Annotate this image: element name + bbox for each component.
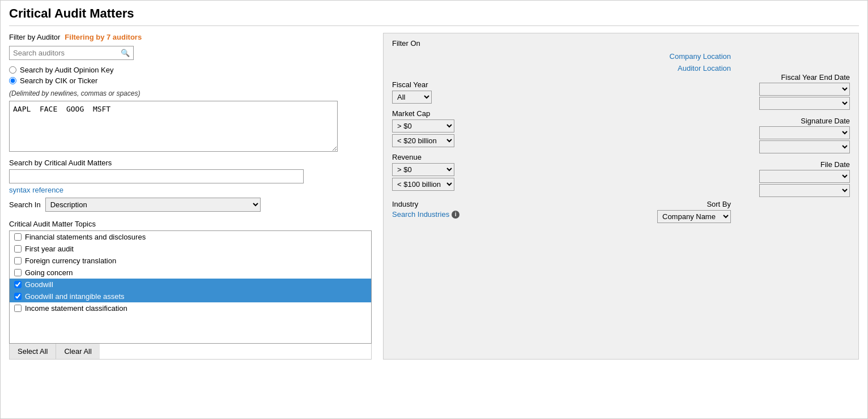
right-panel: Filter On Company Location Auditor Locat… xyxy=(383,33,859,360)
cam-search-input[interactable]: "intangible" xyxy=(9,169,304,183)
market-cap-max-select[interactable]: < $20 billion < $5 billion < $1 billion … xyxy=(392,134,454,147)
file-date-row2: Jan xyxy=(737,184,850,197)
select-all-button[interactable]: Select All xyxy=(10,344,56,359)
info-icon: i xyxy=(452,211,459,219)
fiscal-year-row: All 2023 2022 2021 2020 xyxy=(392,91,731,104)
topic-label-foreign-currency: Foreign currency translation xyxy=(25,256,116,265)
cik-textarea[interactable]: AAPL FACE GOOG MSFT xyxy=(9,101,338,152)
market-cap-section: Market Cap > $0 > $1B > $5B < $20 billio… xyxy=(392,109,731,147)
radio-audit-opinion-input[interactable] xyxy=(9,66,16,74)
radio-audit-opinion-label[interactable]: Search by Audit Opinion Key xyxy=(20,66,114,74)
signature-date-select2[interactable]: Jan xyxy=(759,140,850,153)
search-auditors-button[interactable]: 🔍 xyxy=(117,46,133,59)
cam-topics-label: Critical Audit Matter Topics xyxy=(9,220,372,228)
market-cap-max-row: < $20 billion < $5 billion < $1 billion … xyxy=(392,134,731,147)
right-col-left: Filter On Company Location Auditor Locat… xyxy=(392,39,737,223)
market-cap-label: Market Cap xyxy=(392,109,731,118)
radio-cik-ticker: Search by CIK or Ticker xyxy=(9,76,372,85)
signature-date-row1: Jan xyxy=(737,126,850,139)
file-date-section: File Date Jan Jan xyxy=(737,160,850,197)
search-auditors-box: 🔍 xyxy=(9,46,134,60)
fiscal-year-end-date-section: Fiscal Year End Date Jan Feb Mar xyxy=(737,73,850,110)
file-date-select2[interactable]: Jan xyxy=(759,184,850,197)
main-layout: Filter by Auditor Filtering by 7 auditor… xyxy=(9,33,859,360)
topic-item-first-year-audit[interactable]: First year audit xyxy=(10,243,371,255)
fiscal-year-end-date-label: Fiscal Year End Date xyxy=(737,73,850,82)
radio-cik-ticker-input[interactable] xyxy=(9,77,16,84)
fiscal-year-end-date-select2[interactable]: Jan Feb xyxy=(759,97,850,110)
search-industries-text: Search Industries xyxy=(392,210,449,219)
filter-auditor-row: Filter by Auditor Filtering by 7 auditor… xyxy=(9,33,372,41)
search-in-select[interactable]: Description Title Title and Description xyxy=(45,198,261,212)
sort-by-label: Sort By xyxy=(657,200,731,208)
auditor-location-link[interactable]: Auditor Location xyxy=(678,64,731,72)
topic-checkbox-goodwill-intangible[interactable] xyxy=(14,293,22,300)
market-cap-min-select[interactable]: > $0 > $1B > $5B xyxy=(392,119,454,132)
file-date-select1[interactable]: Jan xyxy=(759,170,850,183)
industry-label: Industry xyxy=(392,200,657,208)
topic-checkbox-income-statement[interactable] xyxy=(14,305,22,312)
radio-group: Search by Audit Opinion Key Search by CI… xyxy=(9,66,372,85)
revenue-max-select[interactable]: < $100 billion < $50 billion < $10 billi… xyxy=(392,178,454,191)
revenue-label: Revenue xyxy=(392,153,731,161)
fiscal-year-select[interactable]: All 2023 2022 2021 2020 xyxy=(392,91,432,104)
market-cap-min-row: > $0 > $1B > $5B xyxy=(392,119,731,132)
industry-and-sort-row: Industry Search Industries i Sort By Com… xyxy=(392,200,731,223)
signature-date-section: Signature Date Jan Jan xyxy=(737,117,850,153)
filter-auditor-label: Filter by Auditor xyxy=(9,33,60,41)
right-col-right: Fiscal Year End Date Jan Feb Mar xyxy=(737,39,850,223)
industry-section: Industry Search Industries i xyxy=(392,200,657,219)
topic-label-going-concern: Going concern xyxy=(25,268,73,277)
fiscal-year-end-date-row1: Jan Feb Mar xyxy=(737,83,850,96)
file-date-row1: Jan xyxy=(737,170,850,183)
topics-list-container: Financial statements and disclosures Fir… xyxy=(9,230,372,344)
sort-by-select[interactable]: Company Name Auditor Name Filing Date Re… xyxy=(657,210,731,223)
fiscal-year-label: Fiscal Year xyxy=(392,80,731,89)
topic-checkbox-financial-statements[interactable] xyxy=(14,233,22,241)
topic-item-going-concern[interactable]: Going concern xyxy=(10,267,371,279)
search-auditors-input[interactable] xyxy=(10,46,117,59)
clear-all-button[interactable]: Clear All xyxy=(56,344,99,359)
revenue-max-row: < $100 billion < $50 billion < $10 billi… xyxy=(392,178,731,191)
revenue-min-row: > $0 > $1B > $5B xyxy=(392,163,731,176)
syntax-reference-link[interactable]: syntax reference xyxy=(9,186,63,194)
sort-by-section: Sort By Company Name Auditor Name Filing… xyxy=(657,200,731,223)
filtering-status: Filtering by 7 auditors xyxy=(65,33,142,41)
delimited-hint: (Delimited by newlines, commas or spaces… xyxy=(9,89,372,97)
topic-checkbox-foreign-currency[interactable] xyxy=(14,257,22,264)
radio-cik-ticker-label[interactable]: Search by CIK or Ticker xyxy=(20,76,97,85)
fiscal-year-end-date-row2: Jan Feb xyxy=(737,97,850,110)
topic-item-goodwill-intangible[interactable]: Goodwill and intangible assets xyxy=(10,290,371,302)
right-two-col: Filter On Company Location Auditor Locat… xyxy=(392,39,850,223)
topic-label-goodwill: Goodwill xyxy=(25,280,53,289)
search-industries-link[interactable]: Search Industries i xyxy=(392,210,657,219)
topic-item-goodwill[interactable]: Goodwill xyxy=(10,279,371,290)
left-panel: Filter by Auditor Filtering by 7 auditor… xyxy=(9,33,372,360)
right-top-row: Company Location xyxy=(392,52,731,61)
fiscal-year-end-date-select1[interactable]: Jan Feb Mar xyxy=(759,83,850,96)
file-date-label: File Date xyxy=(737,160,850,169)
radio-audit-opinion: Search by Audit Opinion Key xyxy=(9,66,372,74)
topic-checkbox-going-concern[interactable] xyxy=(14,269,22,276)
topic-checkbox-first-year-audit[interactable] xyxy=(14,245,22,253)
page-wrapper: Critical Audit Matters Filter by Auditor… xyxy=(0,0,868,419)
cam-search-label: Search by Critical Audit Matters xyxy=(9,159,372,167)
topic-checkbox-goodwill[interactable] xyxy=(14,281,22,288)
topic-item-foreign-currency[interactable]: Foreign currency translation xyxy=(10,255,371,267)
topic-item-financial-statements[interactable]: Financial statements and disclosures xyxy=(10,231,371,243)
topic-label-financial-statements: Financial statements and disclosures xyxy=(25,233,146,241)
bottom-bar: Select All Clear All xyxy=(9,344,372,360)
topic-label-first-year-audit: First year audit xyxy=(25,245,74,253)
fiscal-year-section: Fiscal Year All 2023 2022 2021 2020 xyxy=(392,80,731,104)
search-in-label: Search In xyxy=(9,200,41,209)
bottom-filters-row: Industry Search Industries i Sort By Com… xyxy=(392,200,731,223)
signature-date-select1[interactable]: Jan xyxy=(759,126,850,139)
topic-item-income-statement[interactable]: Income statement classification xyxy=(10,302,371,314)
revenue-section: Revenue > $0 > $1B > $5B < $100 billion xyxy=(392,153,731,191)
page-title: Critical Audit Matters xyxy=(9,6,859,26)
topic-label-income-statement: Income statement classification xyxy=(25,304,127,313)
company-location-link[interactable]: Company Location xyxy=(670,52,731,61)
topic-label-goodwill-intangible: Goodwill and intangible assets xyxy=(25,292,125,301)
search-in-row: Search In Description Title Title and De… xyxy=(9,198,372,212)
revenue-min-select[interactable]: > $0 > $1B > $5B xyxy=(392,163,454,176)
